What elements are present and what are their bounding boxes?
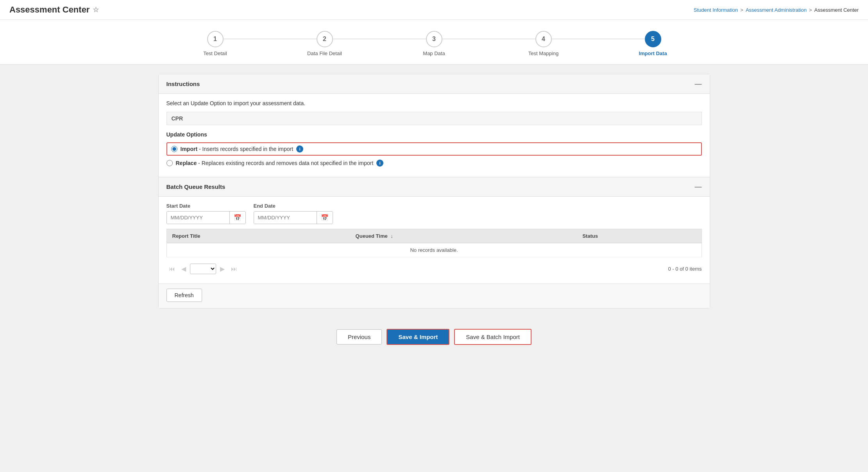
instructions-body: Select an Update Option to import your a… <box>159 94 710 177</box>
batch-queue-table: Report Title Queued Time ↓ Status No rec… <box>166 229 702 257</box>
favorite-icon[interactable]: ☆ <box>93 5 99 14</box>
step-2-circle: 2 <box>317 31 333 47</box>
save-import-button[interactable]: Save & Import <box>387 329 449 345</box>
date-row: Start Date 📅 End Date 📅 <box>159 197 710 229</box>
previous-button[interactable]: Previous <box>336 329 382 345</box>
stepper: 1 Test Detail 2 Data File Detail 3 Map D… <box>161 31 708 56</box>
no-records-row: No records available. <box>166 243 702 257</box>
replace-label: Replace - Replaces existing records and … <box>176 160 374 166</box>
table-body: No records available. <box>166 243 702 257</box>
step-5[interactable]: 5 Import Data <box>598 31 708 56</box>
import-option[interactable]: Import - Inserts records specified in th… <box>166 142 702 156</box>
save-batch-import-button[interactable]: Save & Batch Import <box>454 329 532 345</box>
end-date-field: End Date 📅 <box>254 203 333 224</box>
end-date-label: End Date <box>254 203 333 209</box>
end-date-calendar-button[interactable]: 📅 <box>317 212 333 224</box>
footer-actions: Previous Save & Import Save & Batch Impo… <box>0 318 868 357</box>
import-radio[interactable] <box>171 146 177 152</box>
last-page-button[interactable]: ⏭ <box>229 264 240 274</box>
instructions-title: Instructions <box>166 81 200 87</box>
pagination-row: ⏮ ◀ 10 25 50 ▶ ⏭ 0 - 0 of 0 items <box>166 262 702 277</box>
breadcrumb-student-info[interactable]: Student Information <box>694 7 738 13</box>
batch-queue-collapse-icon[interactable]: — <box>695 183 702 191</box>
step-4-label: Test Mapping <box>528 50 558 56</box>
step-5-circle: 5 <box>645 31 661 47</box>
replace-option[interactable]: Replace - Replaces existing records and … <box>166 160 702 167</box>
stepper-container: 1 Test Detail 2 Data File Detail 3 Map D… <box>0 20 868 65</box>
pagination-info: 0 - 0 of 0 items <box>668 266 702 272</box>
replace-radio[interactable] <box>166 160 173 166</box>
replace-info-icon[interactable]: i <box>376 160 383 167</box>
no-records-message: No records available. <box>166 243 702 257</box>
end-date-input-wrap: 📅 <box>254 211 333 224</box>
step-2-label: Data File Detail <box>307 50 342 56</box>
main-content: Instructions — Select an Update Option t… <box>149 74 719 309</box>
breadcrumb-sep-2: > <box>809 7 812 13</box>
instructions-text: Select an Update Option to import your a… <box>166 100 702 106</box>
app-header: Assessment Center ☆ Student Information … <box>0 0 868 20</box>
table-container: Report Title Queued Time ↓ Status No rec… <box>159 229 710 284</box>
step-2[interactable]: 2 Data File Detail <box>270 31 379 56</box>
breadcrumb-assessment-admin[interactable]: Assessment Administration <box>746 7 807 13</box>
first-page-button[interactable]: ⏮ <box>166 264 177 274</box>
col-queued-time[interactable]: Queued Time ↓ <box>350 229 577 243</box>
step-1-circle: 1 <box>207 31 224 47</box>
start-date-field: Start Date 📅 <box>166 203 246 224</box>
step-3[interactable]: 3 Map Data <box>379 31 489 56</box>
instructions-header: Instructions — <box>159 74 710 94</box>
batch-queue-header: Batch Queue Results — <box>159 177 710 197</box>
start-date-input-wrap: 📅 <box>166 211 246 224</box>
breadcrumb-sep-1: > <box>740 7 743 13</box>
step-5-label: Import Data <box>639 50 667 56</box>
title-text: Assessment Center <box>9 5 89 15</box>
start-date-calendar-button[interactable]: 📅 <box>229 212 245 224</box>
col-report-title: Report Title <box>166 229 350 243</box>
col-status: Status <box>577 229 702 243</box>
import-info-icon[interactable]: i <box>296 145 303 153</box>
import-label: Import - Inserts records specified in th… <box>181 146 294 152</box>
table-header-row: Report Title Queued Time ↓ Status <box>166 229 702 243</box>
step-4[interactable]: 4 Test Mapping <box>489 31 598 56</box>
end-date-input[interactable] <box>254 212 317 224</box>
refresh-button[interactable]: Refresh <box>166 289 202 302</box>
page-title: Assessment Center ☆ <box>9 5 99 15</box>
queued-time-sort-arrow: ↓ <box>390 233 393 239</box>
step-4-circle: 4 <box>535 31 552 47</box>
step-3-label: Map Data <box>423 50 445 56</box>
start-date-label: Start Date <box>166 203 246 209</box>
prev-page-button[interactable]: ◀ <box>179 264 188 274</box>
pagination-controls: ⏮ ◀ 10 25 50 ▶ ⏭ <box>166 264 240 274</box>
table-head: Report Title Queued Time ↓ Status <box>166 229 702 243</box>
step-1-label: Test Detail <box>203 50 227 56</box>
page-size-select[interactable]: 10 25 50 <box>190 264 216 274</box>
step-3-circle: 3 <box>426 31 442 47</box>
start-date-input[interactable] <box>167 212 229 224</box>
main-card: Instructions — Select an Update Option t… <box>158 74 710 309</box>
cpr-label: CPR <box>166 112 702 125</box>
breadcrumb: Student Information > Assessment Adminis… <box>694 7 859 13</box>
next-page-button[interactable]: ▶ <box>218 264 227 274</box>
refresh-area: Refresh <box>159 284 710 308</box>
batch-queue-title: Batch Queue Results <box>166 183 226 190</box>
update-options-label: Update Options <box>166 131 702 138</box>
step-1[interactable]: 1 Test Detail <box>161 31 270 56</box>
breadcrumb-current: Assessment Center <box>814 7 859 13</box>
instructions-collapse-icon[interactable]: — <box>695 80 702 88</box>
